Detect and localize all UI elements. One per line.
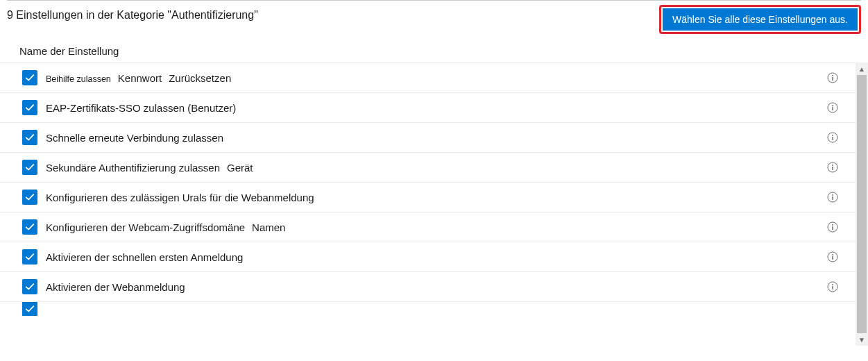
settings-row[interactable]: Schnelle erneute Verbindung zulassen: [0, 123, 856, 153]
setting-label: Schnelle erneute Verbindung zulassen: [46, 132, 826, 144]
label-main: Kennwort: [118, 72, 162, 84]
svg-rect-11: [832, 167, 833, 170]
settings-row[interactable]: Konfigurieren der Webcam-ZugriffsdomäneN…: [0, 212, 856, 242]
info-icon[interactable]: [826, 191, 839, 203]
settings-list: Beihilfe zulassenKennwortZurücksetzenEAP…: [0, 62, 856, 346]
checkbox[interactable]: [22, 302, 37, 316]
category-title: 9 Einstellungen in der Kategorie "Authen…: [7, 9, 258, 22]
svg-point-16: [832, 224, 833, 226]
info-icon[interactable]: [826, 280, 839, 293]
svg-point-7: [832, 135, 833, 136]
setting-label: Sekundäre Authentifizierung zulassenGerä…: [46, 162, 826, 174]
top-divider: [7, 0, 861, 1]
label-extra: Namen: [252, 221, 285, 233]
setting-label: Konfigurieren der Webcam-ZugriffsdomäneN…: [46, 221, 826, 233]
checkbox[interactable]: [22, 249, 37, 265]
checkbox[interactable]: [22, 219, 37, 235]
label-extra: Zurücksetzen: [169, 72, 231, 84]
settings-row[interactable]: Beihilfe zulassenKennwortZurücksetzen: [0, 62, 856, 93]
svg-point-22: [832, 284, 833, 285]
settings-row[interactable]: Aktivieren der Webanmeldung: [0, 272, 856, 302]
info-icon[interactable]: [826, 221, 839, 233]
info-icon[interactable]: [826, 101, 839, 114]
setting-label: EAP-Zertifikats-SSO zulassen (Benutzer): [46, 102, 826, 114]
checkbox[interactable]: [22, 130, 37, 145]
scroll-down-arrow[interactable]: ▼: [856, 333, 868, 346]
setting-label: Beihilfe zulassenKennwortZurücksetzen: [46, 72, 826, 84]
header-row: 9 Einstellungen in der Kategorie "Authen…: [0, 9, 868, 34]
select-all-highlight: Wählen Sie alle diese Einstellungen aus.: [659, 5, 861, 34]
scrollbar[interactable]: ▲ ▼: [856, 62, 868, 346]
label-main: Konfigurieren der Webcam-Zugriffsdomäne: [46, 221, 245, 233]
scroll-thumb[interactable]: [857, 75, 867, 333]
column-header: Name der Einstellung: [0, 40, 868, 62]
settings-scroll-area: Beihilfe zulassenKennwortZurücksetzenEAP…: [0, 62, 868, 346]
svg-rect-17: [832, 226, 833, 230]
settings-row[interactable]: EAP-Zertifikats-SSO zulassen (Benutzer): [0, 93, 856, 123]
svg-point-4: [832, 105, 833, 106]
info-icon[interactable]: [826, 131, 839, 144]
settings-title: Einstellungen in der Kategorie "Authenti…: [16, 9, 257, 21]
setting-label: Aktivieren der Webanmeldung: [46, 281, 826, 293]
svg-point-19: [832, 254, 833, 255]
checkbox[interactable]: [22, 279, 37, 294]
info-icon[interactable]: [826, 72, 839, 84]
label-main: EAP-Zertifikats-SSO zulassen (Benutzer): [46, 102, 236, 114]
svg-point-10: [832, 165, 833, 166]
settings-count: 9: [7, 9, 13, 21]
label-main: Konfigurieren des zulässigen Urals für d…: [46, 192, 314, 203]
svg-rect-23: [832, 286, 833, 289]
svg-rect-8: [832, 137, 833, 140]
label-small: Beihilfe zulassen: [46, 74, 111, 84]
svg-rect-14: [832, 196, 833, 200]
checkbox[interactable]: [22, 70, 37, 85]
label-main: Aktivieren der Webanmeldung: [46, 281, 185, 293]
setting-label: Konfigurieren des zulässigen Urals für d…: [46, 192, 826, 203]
checkbox[interactable]: [22, 100, 37, 115]
svg-rect-5: [832, 107, 833, 110]
settings-row[interactable]: Aktivieren der schnellen ersten Anmeldun…: [0, 242, 856, 272]
settings-row[interactable]: Sekundäre Authentifizierung zulassenGerä…: [0, 153, 856, 183]
checkbox[interactable]: [22, 160, 37, 175]
svg-rect-20: [832, 256, 833, 260]
checkbox[interactable]: [22, 190, 37, 205]
label-extra: Gerät: [227, 162, 253, 174]
label-main: Sekundäre Authentifizierung zulassen: [46, 162, 220, 174]
select-all-button[interactable]: Wählen Sie alle diese Einstellungen aus.: [663, 8, 858, 31]
scroll-up-arrow[interactable]: ▲: [856, 62, 868, 75]
svg-point-1: [832, 75, 833, 76]
settings-row-partial[interactable]: [0, 302, 856, 316]
label-main: Aktivieren der schnellen ersten Anmeldun…: [46, 251, 243, 263]
setting-label: Aktivieren der schnellen ersten Anmeldun…: [46, 251, 826, 263]
info-icon[interactable]: [826, 161, 839, 174]
svg-rect-2: [832, 77, 833, 81]
settings-row[interactable]: Konfigurieren des zulässigen Urals für d…: [0, 183, 856, 212]
info-icon[interactable]: [826, 251, 839, 263]
svg-point-13: [832, 194, 833, 196]
label-main: Schnelle erneute Verbindung zulassen: [46, 132, 223, 144]
